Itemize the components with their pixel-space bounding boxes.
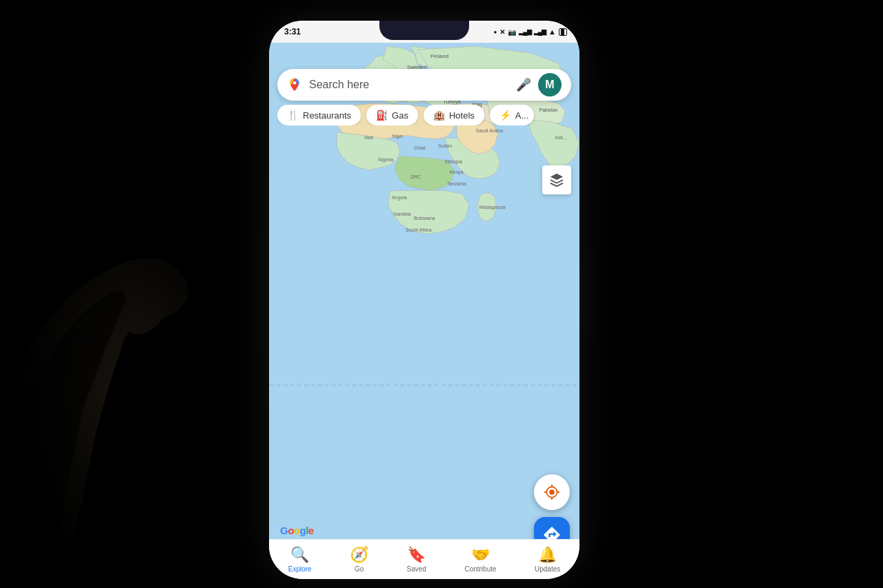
location-icon (543, 483, 561, 501)
updates-icon: 🔔 (538, 546, 557, 564)
more-icon: ⚡ (499, 110, 511, 121)
svg-text:Niger: Niger (392, 134, 404, 139)
layers-icon (549, 172, 564, 187)
battery-icon: ▊ (559, 28, 567, 36)
svg-text:Angola: Angola (392, 195, 407, 201)
svg-text:Madagascar: Madagascar (479, 205, 506, 210)
svg-text:Namibia: Namibia (393, 212, 411, 216)
saved-icon: 🔖 (407, 546, 426, 564)
nav-go[interactable]: 🧭 Go (350, 546, 368, 573)
explore-icon: 🔍 (290, 546, 309, 564)
svg-text:Sudan: Sudan (438, 143, 452, 148)
nav-updates-label: Updates (535, 565, 560, 573)
google-maps-logo (287, 77, 302, 92)
contribute-icon: 🤝 (471, 546, 490, 564)
map-area[interactable]: Finland Sweden Norway United Kingdom Pol… (269, 43, 579, 579)
hotels-icon: 🏨 (433, 110, 445, 121)
svg-text:Tanzania: Tanzania (447, 181, 466, 186)
bottom-nav: 🔍 Explore 🧭 Go 🔖 Saved 🤝 Contribute (269, 539, 579, 579)
nav-updates[interactable]: 🔔 Updates (535, 546, 560, 573)
nav-go-label: Go (355, 565, 364, 573)
svg-point-33 (293, 81, 297, 85)
layers-button[interactable] (542, 165, 571, 194)
phone-notch (379, 21, 469, 40)
search-input-text: Search here (309, 79, 509, 91)
x-icon: ✕ (499, 28, 505, 36)
svg-text:DRC: DRC (410, 174, 421, 179)
camera-icon: 📷 (508, 28, 516, 36)
search-bar[interactable]: Search here 🎤 M (277, 69, 571, 101)
user-avatar[interactable]: M (538, 73, 562, 97)
google-g: G (280, 525, 288, 536)
svg-text:Indi...: Indi... (555, 135, 567, 140)
google-o2: o (294, 525, 300, 536)
status-icons: ● ✕ 📷 ▂▄▆ ▂▄▆ ▲ ▊ (493, 28, 567, 36)
svg-point-34 (550, 490, 555, 495)
phone-screen: 3:31 ● ✕ 📷 ▂▄▆ ▂▄▆ ▲ ▊ (269, 21, 579, 579)
nav-contribute-label: Contribute (464, 565, 496, 573)
scene: 3:31 ● ✕ 📷 ▂▄▆ ▂▄▆ ▲ ▊ (0, 0, 883, 588)
google-o1: o (288, 525, 294, 536)
location-button[interactable] (534, 474, 570, 510)
phone-body: 3:31 ● ✕ 📷 ▂▄▆ ▂▄▆ ▲ ▊ (269, 21, 579, 579)
mic-icon[interactable]: 🎤 (516, 77, 531, 92)
nav-saved[interactable]: 🔖 Saved (407, 546, 426, 573)
svg-text:Mali: Mali (364, 135, 373, 140)
nav-explore-label: Explore (288, 565, 312, 573)
svg-text:Chad: Chad (414, 145, 426, 150)
google-e: e (308, 525, 314, 536)
wifi-icon: ▲ (548, 28, 556, 36)
nav-explore[interactable]: 🔍 Explore (288, 546, 312, 573)
nav-saved-label: Saved (407, 565, 426, 573)
google-logo: Google (280, 525, 314, 536)
svg-text:Saudi Arabia: Saudi Arabia (476, 128, 504, 133)
svg-text:South Africa: South Africa (406, 227, 432, 232)
signal-bars2-icon: ▂▄▆ (534, 28, 546, 35)
svg-text:Botswana: Botswana (414, 216, 435, 221)
google-g2: g (300, 525, 306, 536)
notification-icon: ● (493, 29, 497, 35)
restaurants-icon: 🍴 (287, 110, 299, 121)
restaurants-pill[interactable]: 🍴 Restaurants (277, 105, 361, 125)
svg-text:Kenya: Kenya (450, 170, 464, 175)
svg-text:Ethiopia: Ethiopia (445, 159, 462, 165)
signal-bars-icon: ▂▄▆ (519, 28, 530, 35)
svg-text:Nigeria: Nigeria (378, 157, 393, 163)
category-pills: 🍴 Restaurants ⛽ Gas 🏨 Hotels ⚡ A... (277, 105, 579, 125)
status-time: 3:31 (284, 27, 301, 37)
more-pill[interactable]: ⚡ A... (490, 105, 535, 125)
hotels-pill[interactable]: 🏨 Hotels (424, 105, 484, 125)
svg-text:Finland: Finland (430, 53, 448, 59)
gas-pill[interactable]: ⛽ Gas (366, 105, 418, 125)
nav-contribute[interactable]: 🤝 Contribute (464, 546, 496, 573)
gas-icon: ⛽ (376, 110, 388, 121)
go-icon: 🧭 (350, 546, 368, 564)
